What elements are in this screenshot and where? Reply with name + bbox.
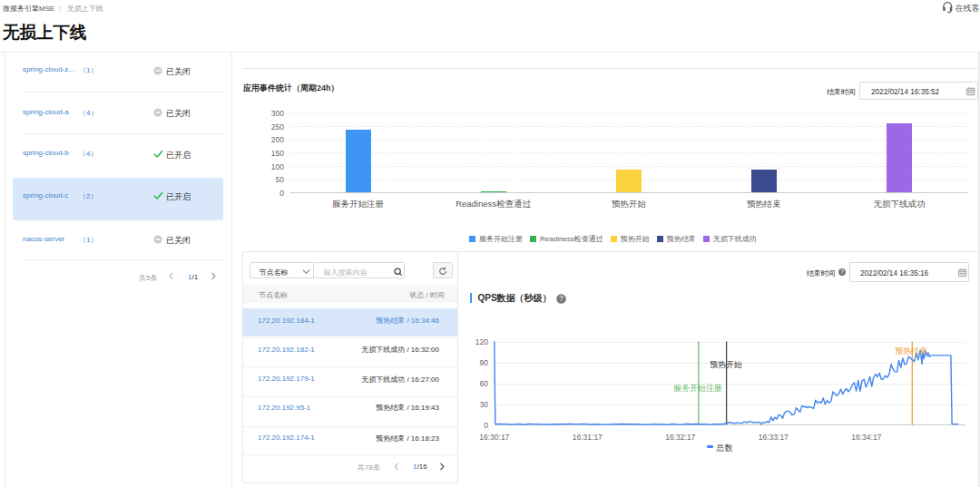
svg-text:?: ?	[840, 268, 844, 275]
svg-text:?: ?	[559, 295, 564, 303]
